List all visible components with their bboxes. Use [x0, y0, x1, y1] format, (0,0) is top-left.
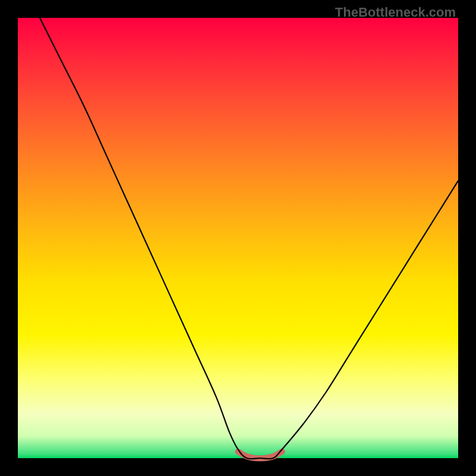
bottleneck-curve — [40, 18, 458, 459]
curve-layer — [18, 18, 458, 458]
plot-area — [18, 18, 458, 458]
chart-frame: TheBottleneck.com — [0, 0, 476, 476]
